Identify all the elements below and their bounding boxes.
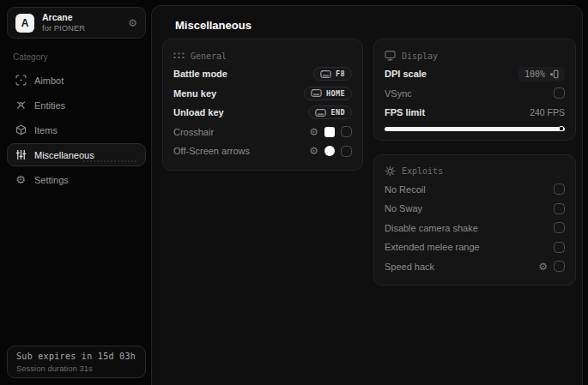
dpi-scale-selector[interactable]: 100% (518, 67, 565, 81)
sidebar-item-label: Miscellaneous (34, 150, 94, 160)
sidebar-item-label: Entities (34, 100, 65, 111)
setting-row-speed-hack: Speed hack ⚙ (385, 257, 565, 277)
disable-camera-shake-checkbox[interactable] (554, 222, 565, 233)
session-duration-text: Session duration 31s (16, 364, 136, 373)
extended-melee-range-checkbox[interactable] (554, 242, 565, 253)
slider-fill (385, 127, 565, 131)
sidebar-item-aimbot[interactable]: Aimbot (7, 69, 146, 92)
exploits-panel: Exploits No Recoil No Sway Disable camer… (373, 154, 576, 286)
setting-label: Disable camera shake (385, 223, 478, 233)
sidebar-item-items[interactable]: Items (7, 118, 146, 141)
crosshair-checkbox[interactable] (341, 126, 352, 137)
setting-row-battle-mode: Battle mode F8 (173, 64, 352, 84)
keybind-button[interactable]: HOME (304, 87, 352, 100)
sidebar-item-label: Aimbot (34, 75, 64, 86)
setting-row-offscreen-arrows: Off-Screen arrows ⚙ (173, 141, 352, 161)
setting-row-extended-melee-range: Extended melee range (385, 238, 565, 257)
keyboard-icon (315, 109, 326, 117)
box-icon (15, 124, 27, 136)
setting-row-dpi-scale: DPI scale 100% (385, 64, 565, 84)
setting-label: DPI scale (385, 69, 427, 79)
setting-label: No Sway (385, 203, 422, 214)
setting-label: No Recoil (385, 184, 426, 195)
vsync-checkbox[interactable] (554, 87, 565, 99)
sliders-icon (15, 149, 27, 161)
slider-knob[interactable] (559, 126, 564, 131)
app-window: A Arcane for PIONER ⚙ Category Aimbot (0, 0, 588, 385)
setting-row-vsync: VSync (385, 84, 565, 104)
setting-row-disable-camera-shake: Disable camera shake (385, 219, 565, 238)
app-name: Arcane (42, 12, 128, 22)
category-label: Category (13, 52, 146, 62)
main-content: Miscellaneous General (151, 5, 583, 385)
setting-row-no-sway: No Sway (385, 199, 565, 219)
panel-header-label: Exploits (402, 166, 443, 176)
no-recoil-checkbox[interactable] (554, 183, 565, 195)
color-swatch[interactable] (324, 127, 335, 137)
keyboard-icon (320, 70, 331, 78)
panel-header-label: Display (402, 51, 438, 61)
general-panel: General Battle mode F8 Menu key (162, 39, 363, 171)
monitor-icon (385, 51, 396, 61)
setting-label: Speed hack (385, 262, 434, 272)
setting-row-no-recoil: No Recoil (385, 180, 565, 200)
app-logo: A (15, 14, 34, 33)
entities-icon (15, 99, 27, 111)
setting-row-crosshair: Crosshair ⚙ (173, 123, 352, 142)
gear-icon[interactable]: ⚙ (309, 127, 318, 137)
sidebar-item-entities[interactable]: Entities (7, 93, 146, 117)
app-subtitle: for PIONER (42, 24, 128, 33)
sidebar-nav: Aimbot Entities (7, 69, 146, 191)
keybind-button[interactable]: F8 (313, 67, 352, 81)
sidebar-item-label: Items (34, 125, 58, 135)
grid-icon (173, 52, 185, 59)
subscription-card: Sub expires in 15d 03h Session duration … (7, 346, 146, 378)
setting-label: Battle mode (173, 69, 227, 79)
brand-card: A Arcane for PIONER ⚙ (7, 7, 146, 39)
setting-row-menu-key: Menu key HOME (173, 84, 352, 104)
setting-row-fps-limit: FPS limit 240 FPS (385, 103, 565, 123)
selected-item-decoration (83, 160, 136, 162)
gear-icon: ⚙ (15, 174, 27, 186)
fps-slider[interactable] (385, 127, 565, 131)
color-swatch[interactable] (324, 146, 335, 156)
panel-columns: General Battle mode F8 Menu key (162, 39, 576, 286)
sidebar-item-label: Settings (34, 175, 69, 185)
page-title: Miscellaneous (152, 6, 582, 32)
speed-hack-checkbox[interactable] (554, 261, 565, 272)
gear-icon[interactable]: ⚙ (309, 146, 318, 156)
keybind-button[interactable]: END (308, 105, 352, 119)
panel-header-label: General (191, 51, 227, 61)
scan-icon (15, 75, 27, 87)
setting-label: Crosshair (173, 127, 214, 137)
no-sway-checkbox[interactable] (554, 203, 565, 214)
offscreen-arrows-checkbox[interactable] (341, 146, 352, 157)
setting-label: Menu key (173, 88, 216, 99)
setting-row-unload-key: Unload key END (173, 103, 352, 123)
sub-expiry-text: Sub expires in 15d 03h (16, 352, 136, 361)
setting-label: Extended melee range (385, 242, 480, 252)
setting-label: Off-Screen arrows (173, 146, 250, 156)
brand-text: Arcane for PIONER (42, 12, 128, 33)
scale-icon (549, 69, 559, 79)
sidebar-item-miscellaneous[interactable]: Miscellaneous (7, 143, 146, 166)
keyboard-icon (311, 89, 322, 97)
sidebar-item-settings[interactable]: ⚙ Settings (7, 168, 146, 191)
fps-value: 240 FPS (530, 107, 565, 117)
setting-label: VSync (385, 88, 412, 99)
setting-label: Unload key (173, 107, 224, 117)
settings-gear-icon[interactable]: ⚙ (128, 17, 137, 29)
sidebar: A Arcane for PIONER ⚙ Category Aimbot (7, 7, 146, 378)
gear-icon[interactable]: ⚙ (538, 262, 548, 272)
display-panel: Display DPI scale 100% VSy (373, 39, 576, 141)
setting-label: FPS limit (385, 107, 425, 117)
bug-icon (385, 165, 396, 177)
